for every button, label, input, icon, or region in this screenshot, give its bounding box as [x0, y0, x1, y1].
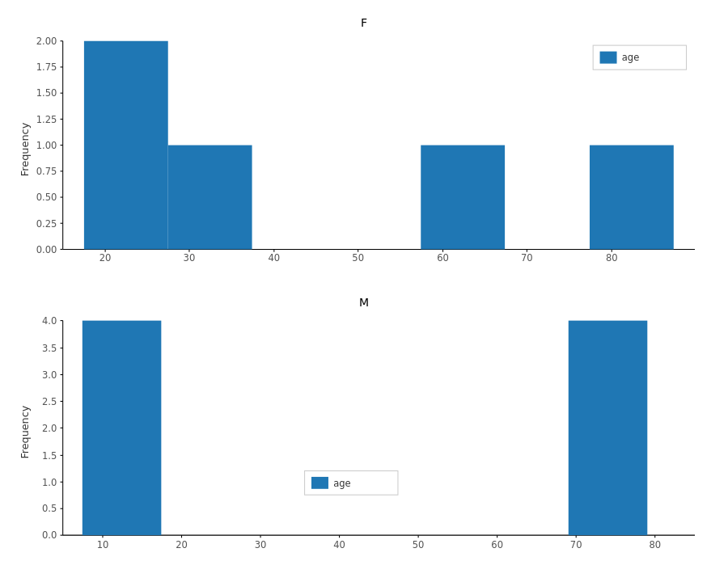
chart-f-legend-label: age — [622, 52, 639, 63]
svg-text:40: 40 — [333, 539, 345, 550]
svg-text:4.0: 4.0 — [42, 315, 57, 327]
bar-f-3 — [421, 146, 505, 250]
svg-text:20: 20 — [176, 539, 188, 550]
svg-text:80: 80 — [606, 252, 618, 264]
svg-text:30: 30 — [255, 539, 267, 550]
svg-text:10: 10 — [97, 539, 109, 550]
svg-text:1.00: 1.00 — [36, 140, 57, 151]
chart-f-svg: 0.00 0.25 0.50 0.75 1.00 1.25 1.50 1.75 … — [16, 32, 712, 284]
svg-text:1.75: 1.75 — [36, 61, 57, 73]
svg-text:60: 60 — [437, 252, 449, 264]
svg-text:1.5: 1.5 — [42, 450, 57, 462]
charts-container: F 0.00 0.25 0.50 0.75 — [0, 0, 728, 582]
bar-m-1 — [83, 321, 162, 536]
bar-f-4 — [590, 146, 674, 250]
chart-f-title: F — [361, 16, 367, 29]
svg-text:70: 70 — [570, 539, 582, 550]
svg-text:20: 20 — [99, 252, 112, 264]
svg-text:0.25: 0.25 — [36, 217, 57, 229]
chart-f-area: 0.00 0.25 0.50 0.75 1.00 1.25 1.50 1.75 … — [16, 32, 712, 284]
svg-text:60: 60 — [491, 539, 503, 550]
chart-f-ylabel: Frequency — [19, 122, 31, 176]
svg-text:2.0: 2.0 — [42, 423, 57, 434]
chart-m-svg: 0.0 0.5 1.0 1.5 2.0 2.5 3.0 3.5 4.0 Freq… — [16, 312, 712, 570]
chart-m-ylabel: Frequency — [19, 406, 31, 459]
svg-text:0.0: 0.0 — [42, 530, 57, 542]
svg-text:0.5: 0.5 — [42, 504, 57, 515]
svg-text:40: 40 — [268, 252, 280, 264]
bar-f-1 — [84, 41, 168, 250]
svg-text:2.00: 2.00 — [36, 36, 57, 47]
svg-rect-73 — [311, 477, 328, 489]
chart-m-wrapper: M 0.0 0.5 1.0 1.5 2. — [16, 288, 712, 574]
svg-text:0.00: 0.00 — [36, 244, 57, 255]
chart-f-wrapper: F 0.00 0.25 0.50 0.75 — [16, 8, 712, 288]
svg-text:3.5: 3.5 — [42, 343, 57, 354]
chart-m-title: M — [359, 296, 369, 309]
svg-text:1.25: 1.25 — [36, 114, 57, 125]
chart-m-area: 0.0 0.5 1.0 1.5 2.0 2.5 3.0 3.5 4.0 Freq… — [16, 312, 712, 570]
svg-text:50: 50 — [413, 539, 425, 550]
svg-text:80: 80 — [649, 539, 661, 550]
svg-text:1.50: 1.50 — [36, 87, 57, 99]
svg-text:0.75: 0.75 — [36, 166, 57, 177]
bar-f-2 — [168, 146, 252, 250]
svg-rect-35 — [600, 52, 617, 64]
svg-text:3.0: 3.0 — [42, 369, 57, 381]
svg-text:1.0: 1.0 — [42, 477, 57, 488]
chart-m-legend-label: age — [333, 478, 350, 489]
svg-text:2.5: 2.5 — [42, 396, 57, 407]
svg-text:0.50: 0.50 — [36, 192, 57, 203]
svg-text:50: 50 — [352, 252, 364, 264]
svg-text:30: 30 — [184, 252, 196, 264]
svg-text:70: 70 — [521, 252, 533, 264]
bar-m-2 — [569, 321, 648, 536]
